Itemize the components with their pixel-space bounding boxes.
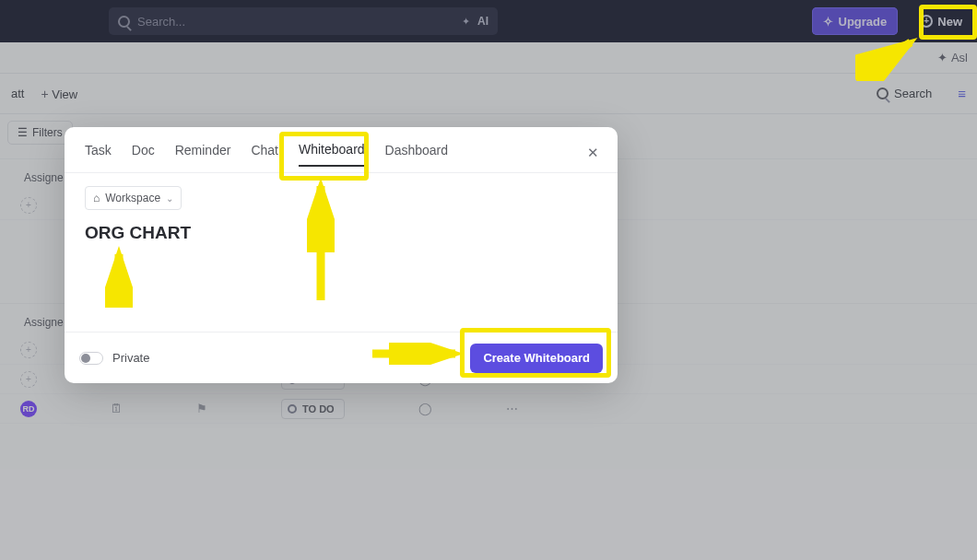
tab-dashboard[interactable]: Dashboard: [385, 139, 449, 166]
tab-doc[interactable]: Doc: [132, 139, 155, 166]
tab-whiteboard[interactable]: Whiteboard: [299, 138, 365, 167]
close-icon[interactable]: ✕: [587, 145, 599, 161]
modal-tabs: Task Doc Reminder Chat Whiteboard Dashbo…: [65, 127, 618, 173]
home-icon: ⌂: [93, 192, 100, 204]
private-toggle[interactable]: [79, 352, 103, 365]
tab-chat[interactable]: Chat: [251, 139, 278, 166]
whiteboard-title-input[interactable]: [85, 223, 597, 243]
private-label: Private: [112, 351, 149, 365]
create-whiteboard-button[interactable]: Create Whiteboard: [470, 344, 603, 373]
tab-task[interactable]: Task: [85, 139, 112, 166]
modal-footer: Private Create Whiteboard: [65, 332, 618, 383]
create-modal: Task Doc Reminder Chat Whiteboard Dashbo…: [65, 127, 618, 383]
workspace-selector[interactable]: ⌂ Workspace ⌄: [85, 186, 182, 210]
tab-reminder[interactable]: Reminder: [175, 139, 231, 166]
chevron-down-icon: ⌄: [166, 193, 173, 204]
modal-body: ⌂ Workspace ⌄: [65, 173, 618, 332]
